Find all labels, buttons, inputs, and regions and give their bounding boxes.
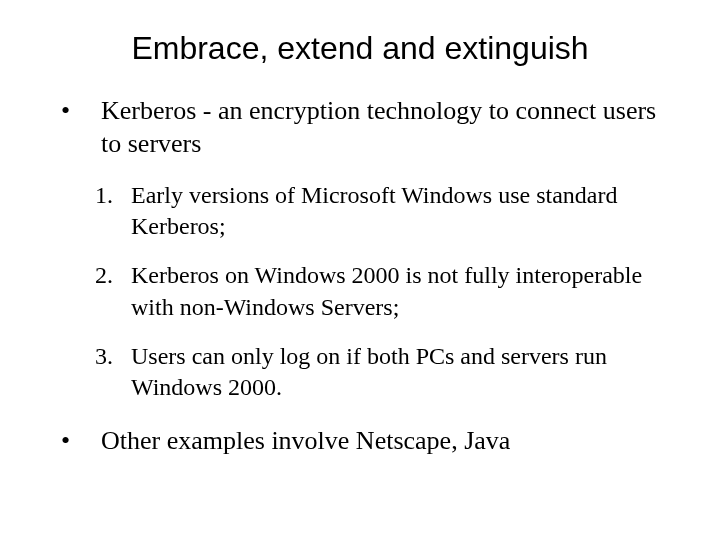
- list-text: Early versions of Microsoft Windows use …: [131, 180, 665, 242]
- bullet-item: • Other examples involve Netscape, Java: [55, 425, 665, 458]
- list-text: Kerberos on Windows 2000 is not fully in…: [131, 260, 665, 322]
- list-item: 1. Early versions of Microsoft Windows u…: [95, 180, 665, 242]
- bullet-marker: •: [55, 95, 101, 160]
- slide: Embrace, extend and extinguish • Kerbero…: [0, 0, 720, 540]
- bullet-marker: •: [55, 425, 101, 458]
- list-text: Users can only log on if both PCs and se…: [131, 341, 665, 403]
- list-marker: 1.: [95, 180, 131, 242]
- list-item: 2. Kerberos on Windows 2000 is not fully…: [95, 260, 665, 322]
- slide-title: Embrace, extend and extinguish: [55, 30, 665, 67]
- bullet-text: Kerberos - an encryption technology to c…: [101, 95, 665, 160]
- list-item: 3. Users can only log on if both PCs and…: [95, 341, 665, 403]
- bullet-text: Other examples involve Netscape, Java: [101, 425, 665, 458]
- list-marker: 3.: [95, 341, 131, 403]
- numbered-list: 1. Early versions of Microsoft Windows u…: [95, 180, 665, 403]
- list-marker: 2.: [95, 260, 131, 322]
- bullet-item: • Kerberos - an encryption technology to…: [55, 95, 665, 160]
